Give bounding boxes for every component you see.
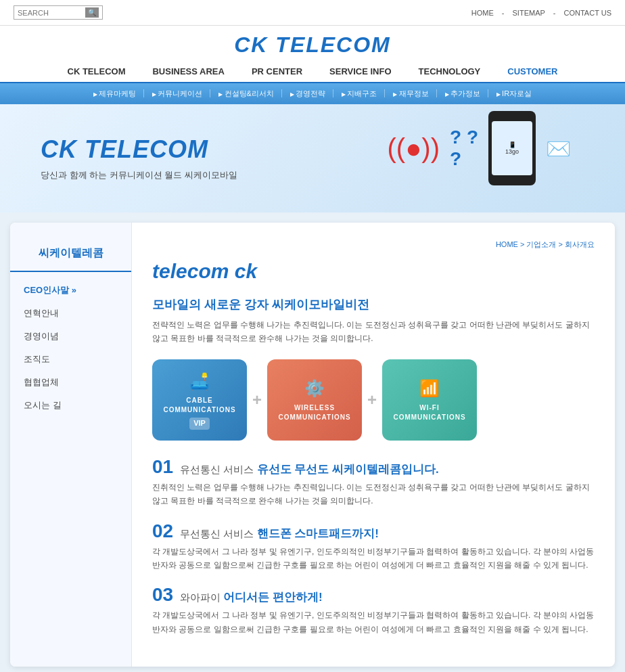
phone-screen: 📱13go (492, 121, 532, 175)
plus-2: + (367, 390, 377, 409)
hero-title: CK TELECOM (41, 135, 237, 164)
top-nav: HOME - SITEMAP - CONTACT US (471, 9, 611, 17)
sidebar-item-org[interactable]: 조직도 (10, 348, 131, 371)
num-title-3: 와아파이 어디서든 편안하게! (180, 589, 323, 605)
wifi-label: WI-FICOMMUNICATIONS (393, 403, 465, 422)
sub-nav-item-7[interactable]: IR자로실 (488, 87, 540, 100)
sep1: - (502, 9, 505, 17)
section-heading: 모바일의 새로운 강자 씨케이모바일비전 (152, 296, 595, 313)
wireless-icon: ⚙️ (304, 377, 325, 400)
hero-text: CK TELECOM 당신과 함께 하는 커뮤니케이션 월드 씨케이모바일 (41, 135, 237, 181)
logo-header: CK TELECOM (0, 26, 625, 61)
nav-technology[interactable]: TECHNOLOGY (419, 66, 481, 76)
nav-business[interactable]: BUSINESS AREA (152, 66, 224, 76)
main-content: HOME > 기업소개 > 회사개요 telecom ck 모바일의 새로운 강… (132, 223, 615, 667)
home-link[interactable]: HOME (471, 9, 494, 17)
sidebar-title: 씨케이텔레콤 (10, 236, 131, 272)
num-row-2: 02 무선통신 서비스 핸드폰 스마트패드까지! (152, 522, 595, 541)
sidebar-item-location[interactable]: 오시는 길 (10, 394, 131, 417)
contact-link[interactable]: CONTACT US (564, 9, 612, 17)
sidebar-menu: CEO인사말 연혁안내 경영이념 조직도 협협업체 오시는 길 (10, 279, 131, 417)
cable-icon: 🛋️ (189, 370, 210, 393)
service-box-wireless: ⚙️ WIRELESSCOMMUNICATIONS (267, 359, 362, 441)
hero-subtitle: 당신과 함께 하는 커뮤니케이션 월드 씨케이모바일 (41, 169, 237, 181)
num-desc-2: 각 개발도상국에서 그 나라 정부 및 유엔기구, 인도주의적인 비정부기구들과… (152, 545, 595, 573)
sub-nav-item-2[interactable]: 컨설팅&리서치 (210, 87, 282, 100)
sidebar-item-partner[interactable]: 협협업체 (10, 371, 131, 394)
sidebar: 씨케이텔레콤 CEO인사말 연혁안내 경영이념 조직도 협협업체 오시는 길 (10, 223, 132, 667)
search-input[interactable] (18, 9, 85, 17)
sep2: - (553, 9, 556, 17)
num-section-1: 01 유선통신 서비스 유선도 무선도 씨케이텔레콤입니다. 진취적인 노력은 … (152, 457, 595, 508)
sub-nav: 제유마케팅 커뮤니케이션 컨설팅&리서치 경영전략 지배구조 재무정보 추가정보… (0, 83, 625, 104)
wireless-label: WIRELESSCOMMUNICATIONS (278, 403, 350, 422)
num-row-1: 01 유선통신 서비스 유선도 무선도 씨케이텔레콤입니다. (152, 457, 595, 477)
sub-nav-item-6[interactable]: 추가정보 (437, 87, 488, 100)
cable-label: CABLECOMMUNICATIONS (163, 396, 235, 415)
service-boxes: 🛋️ CABLECOMMUNICATIONS VIP + ⚙️ WIRELESS… (152, 359, 595, 441)
plus-1: + (252, 390, 262, 409)
service-box-cable: 🛋️ CABLECOMMUNICATIONS VIP (152, 359, 247, 441)
wifi-icon: 📶 (419, 377, 440, 400)
nav-pr[interactable]: PR CENTER (252, 66, 302, 76)
envelope-icon: ✉️ (546, 137, 571, 160)
sidebar-item-philosophy[interactable]: 경영이념 (10, 325, 131, 348)
sidebar-item-history[interactable]: 연혁안내 (10, 302, 131, 325)
vip-badge: VIP (189, 418, 210, 429)
hero-deco: ((●)) ? ?? 📱13go ✉️ (388, 111, 571, 185)
num-section-3: 03 와아파이 어디서든 편안하게! 각 개발도상국에서 그 나라 정부 및 유… (152, 585, 595, 636)
hero-section: CK TELECOM 당신과 함께 하는 커뮤니케이션 월드 씨케이모바일 ((… (0, 104, 625, 212)
num-row-3: 03 와아파이 어디서든 편안하게! (152, 585, 595, 605)
sub-nav-item-4[interactable]: 지배구조 (333, 87, 385, 100)
sub-nav-item-0[interactable]: 제유마케팅 (85, 87, 144, 100)
num-badge-1: 01 (152, 457, 173, 476)
site-logo: CK TELECOM (0, 32, 625, 58)
sub-nav-item-3[interactable]: 경영전략 (282, 87, 333, 100)
page-title-area: telecom ck (152, 260, 595, 283)
search-button[interactable]: 🔍 (85, 7, 99, 18)
sitemap-link[interactable]: SITEMAP (513, 9, 545, 17)
breadcrumb-path: HOME > 기업소개 > 회사개요 (496, 240, 595, 248)
content-wrapper: 씨케이텔레콤 CEO인사말 연혁안내 경영이념 조직도 협협업체 오시는 길 H… (10, 223, 615, 667)
nav-ck-telecom[interactable]: CK TELECOM (68, 66, 126, 76)
main-nav: CK TELECOM BUSINESS AREA PR CENTER SERVI… (0, 61, 625, 83)
sub-nav-item-1[interactable]: 커뮤니케이션 (144, 87, 210, 100)
nav-customer[interactable]: CUSTOMER (507, 66, 557, 76)
page-title: telecom ck (152, 260, 595, 283)
phone-image: 📱13go (488, 111, 536, 185)
num-desc-1: 진취적인 노력은 업무를 수행해 나가는 추진력입니다. 이는 도전정신과 성취… (152, 480, 595, 508)
nav-service[interactable]: SERVICE INFO (329, 66, 392, 76)
question-marks: ? ?? (450, 127, 478, 170)
num-title-1: 유선통신 서비스 유선도 무선도 씨케이텔레콤입니다. (180, 462, 439, 477)
num-title-2: 무선통신 서비스 핸드폰 스마트패드까지! (180, 526, 379, 541)
num-badge-2: 02 (152, 522, 173, 541)
service-box-wifi: 📶 WI-FICOMMUNICATIONS (382, 359, 477, 441)
sidebar-item-ceo[interactable]: CEO인사말 (10, 279, 131, 302)
top-bar: 🔍 HOME - SITEMAP - CONTACT US (0, 0, 625, 26)
breadcrumb: HOME > 기업소개 > 회사개요 (152, 240, 595, 250)
signal-icon: ((●)) (388, 133, 440, 164)
section-desc: 전략적인 노력은 업무를 수행해 나가는 추진력입니다. 이는 도전정신과 성취… (152, 318, 595, 346)
num-desc-3: 각 개발도상국에서 그 나라 정부 및 유엔기구, 인도주의적인 비정부기구들과… (152, 608, 595, 636)
num-section-2: 02 무선통신 서비스 핸드폰 스마트패드까지! 각 개발도상국에서 그 나라 … (152, 522, 595, 573)
search-box[interactable]: 🔍 (14, 5, 103, 20)
sub-nav-item-5[interactable]: 재무정보 (385, 87, 436, 100)
num-badge-3: 03 (152, 585, 173, 604)
